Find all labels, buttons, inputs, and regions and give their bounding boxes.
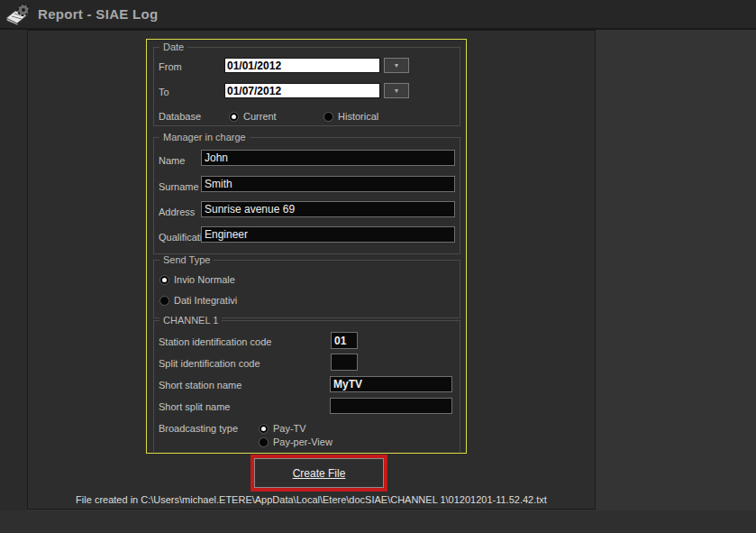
create-file-highlight: Create File <box>250 455 387 492</box>
siae-form-highlight: Date From ▼ To ▼ Database Current Histor… <box>146 39 467 454</box>
split-code-label: Split identification code <box>159 358 260 369</box>
to-label: To <box>159 87 169 97</box>
pay-tv-label: Pay-TV <box>273 423 306 434</box>
qualification-label: Qualification <box>159 232 201 243</box>
address-label: Address <box>159 207 201 217</box>
qualification-input[interactable] <box>201 226 455 243</box>
chevron-down-icon: ▼ <box>394 87 400 94</box>
from-label: From <box>159 61 182 72</box>
database-label: Database <box>159 111 201 122</box>
short-split-label: Short split name <box>159 401 230 412</box>
split-code-input[interactable] <box>331 354 358 371</box>
date-group-legend: Date <box>159 41 187 52</box>
pay-per-view-label: Pay-per-View <box>273 437 332 447</box>
left-gutter <box>0 30 27 533</box>
name-label: Name <box>159 155 201 166</box>
send-type-group: Send Type Invio Normale Dati Integrativi <box>153 260 460 318</box>
from-date-dropdown-button[interactable]: ▼ <box>384 58 409 73</box>
station-code-label: Station identification code <box>159 336 271 347</box>
send-type-group-legend: Send Type <box>159 254 214 265</box>
from-date-input[interactable] <box>224 58 380 73</box>
report-icon <box>5 3 33 26</box>
report-panel: Date From ▼ To ▼ Database Current Histor… <box>27 30 596 510</box>
manager-group-legend: Manager in charge <box>159 132 250 142</box>
to-date-input[interactable] <box>224 83 380 98</box>
bottom-gutter <box>0 510 756 533</box>
database-historical-label: Historical <box>338 111 378 122</box>
manager-group: Manager in charge Name Surname Address Q… <box>153 137 460 254</box>
invio-normale-radio[interactable] <box>159 275 169 285</box>
dati-integrativi-radio[interactable] <box>159 296 169 306</box>
date-group: Date From ▼ To ▼ Database Current Histor… <box>153 47 460 126</box>
chevron-down-icon: ▼ <box>394 62 400 69</box>
create-file-button[interactable]: Create File <box>254 458 384 488</box>
pay-tv-radio[interactable] <box>259 424 269 434</box>
window-title: Report - SIAE Log <box>38 6 158 22</box>
app-window: Report - SIAE Log Date From ▼ To ▼ Datab… <box>0 0 756 533</box>
dati-integrativi-label: Dati Integrativi <box>174 295 237 306</box>
database-historical-radio[interactable] <box>323 112 333 122</box>
short-station-label: Short station name <box>159 380 241 391</box>
database-current-radio[interactable] <box>229 112 239 122</box>
title-bar: Report - SIAE Log <box>0 0 756 30</box>
channel-group: CHANNEL 1 Station identification code Sp… <box>153 320 460 452</box>
station-code-input[interactable] <box>331 332 358 349</box>
surname-label: Surname <box>159 181 201 192</box>
database-current-label: Current <box>243 111 277 122</box>
address-input[interactable] <box>201 201 455 217</box>
channel-group-legend: CHANNEL 1 <box>159 315 222 326</box>
broadcasting-type-label: Broadcasting type <box>159 423 238 434</box>
status-text: File created in C:\Users\michael.ETERE\A… <box>28 494 595 505</box>
short-split-input[interactable] <box>330 398 452 414</box>
invio-normale-label: Invio Normale <box>174 274 235 285</box>
to-date-dropdown-button[interactable]: ▼ <box>384 83 409 98</box>
name-input[interactable] <box>201 150 455 166</box>
surname-input[interactable] <box>201 176 455 192</box>
short-station-input[interactable] <box>330 376 452 392</box>
pay-per-view-radio[interactable] <box>259 437 269 447</box>
